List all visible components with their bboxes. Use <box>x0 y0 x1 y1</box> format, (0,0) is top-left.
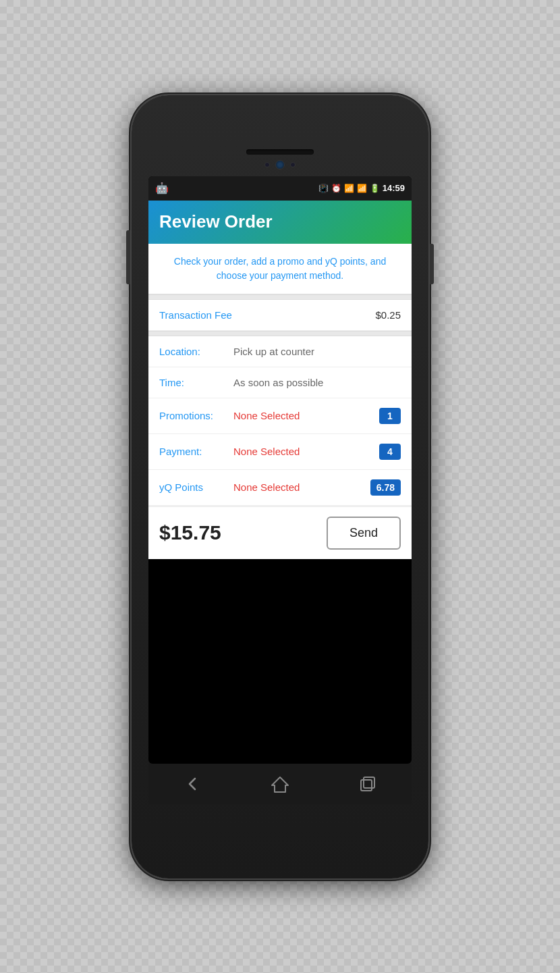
payment-row[interactable]: Payment: None Selected 4 <box>148 434 412 470</box>
promotions-label: Promotions: <box>159 410 233 421</box>
screen-bezel: 🤖 📳 ⏰ 📶 📶 🔋 14:59 Review Order <box>148 176 412 764</box>
phone-wrapper: 🤖 📳 ⏰ 📶 📶 🔋 14:59 Review Order <box>118 82 442 892</box>
back-icon <box>183 774 202 793</box>
app-content: Review Order Check your order, add a pro… <box>148 201 412 559</box>
battery-icon: 🔋 <box>370 184 380 193</box>
app-header: Review Order <box>148 201 412 244</box>
total-price: $15.75 <box>159 521 221 544</box>
sensor-dot-2 <box>290 162 296 167</box>
section-divider <box>148 294 412 300</box>
front-camera-area <box>264 160 296 169</box>
payment-value: None Selected <box>233 446 379 457</box>
recent-icon <box>358 774 377 793</box>
status-time: 14:59 <box>383 183 405 193</box>
page-title: Review Order <box>159 211 273 232</box>
subtitle-section: Check your order, add a promo and yQ poi… <box>148 244 412 294</box>
yq-points-row[interactable]: yQ Points None Selected 6.78 <box>148 470 412 506</box>
location-value: Pick up at counter <box>233 346 401 357</box>
time-row[interactable]: Time: As soon as possible <box>148 367 412 398</box>
payment-label: Payment: <box>159 446 233 457</box>
divider-2 <box>148 331 412 336</box>
transaction-fee-row[interactable]: Transaction Fee $0.25 <box>148 300 412 331</box>
nav-home-button[interactable] <box>267 770 293 797</box>
subtitle-text: Check your order, add a promo and yQ poi… <box>158 255 402 283</box>
vibrate-icon: 📳 <box>318 184 329 193</box>
front-camera <box>275 160 285 169</box>
status-bar: 🤖 📳 ⏰ 📶 📶 🔋 14:59 <box>148 176 412 201</box>
phone-body: 🤖 📳 ⏰ 📶 📶 🔋 14:59 Review Order <box>132 95 428 878</box>
alarm-icon: ⏰ <box>331 184 341 193</box>
speaker-grille <box>246 149 314 155</box>
transaction-fee-label: Transaction Fee <box>159 309 233 321</box>
bottom-bar: $15.75 Send <box>148 506 412 559</box>
status-right: 📳 ⏰ 📶 📶 🔋 14:59 <box>318 183 405 193</box>
transaction-fee-value: $0.25 <box>375 309 401 321</box>
home-icon <box>271 774 289 793</box>
svg-marker-0 <box>272 777 288 792</box>
wifi-icon: 📶 <box>344 184 354 193</box>
phone-top <box>132 95 428 176</box>
phone-bottom <box>132 804 428 872</box>
location-label: Location: <box>159 346 233 357</box>
yq-points-label: yQ Points <box>159 481 233 493</box>
yq-points-value: None Selected <box>233 481 370 493</box>
signal-icon: 📶 <box>357 184 367 193</box>
nav-bar <box>148 764 412 804</box>
promotions-row[interactable]: Promotions: None Selected 1 <box>148 398 412 434</box>
time-value: As soon as possible <box>233 377 401 388</box>
payment-badge: 4 <box>379 444 401 460</box>
android-icon: 🤖 <box>155 182 169 194</box>
svg-rect-2 <box>364 777 374 788</box>
nav-back-button[interactable] <box>179 770 206 797</box>
yq-points-badge: 6.78 <box>370 479 401 496</box>
location-row[interactable]: Location: Pick up at counter <box>148 336 412 367</box>
time-label: Time: <box>159 377 233 388</box>
sensor-dot <box>264 162 270 167</box>
nav-recent-button[interactable] <box>354 770 381 797</box>
promotions-badge: 1 <box>379 408 401 424</box>
send-button[interactable]: Send <box>327 517 401 550</box>
status-left: 🤖 <box>155 182 169 194</box>
svg-rect-1 <box>361 780 372 791</box>
promotions-value: None Selected <box>233 410 379 421</box>
